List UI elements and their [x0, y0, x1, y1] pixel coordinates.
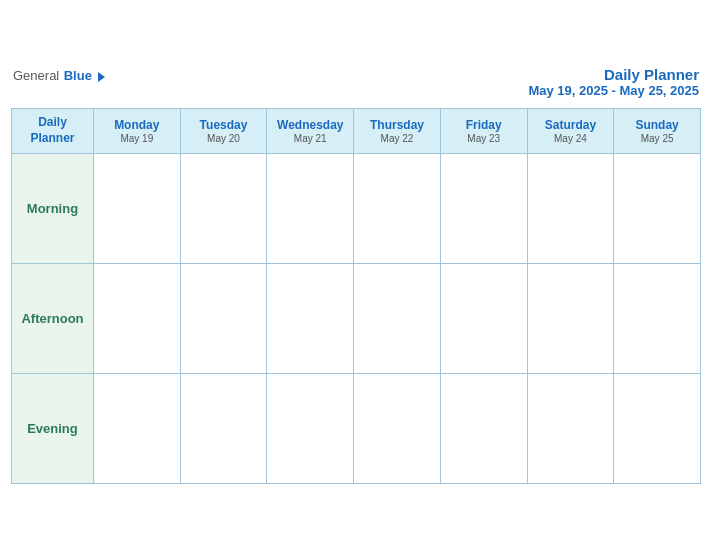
col-header-saturday: Saturday May 24 [527, 109, 614, 153]
cell-afternoon-friday[interactable] [440, 263, 527, 373]
row-label-afternoon: Afternoon [12, 263, 94, 373]
cell-evening-friday[interactable] [440, 373, 527, 483]
cell-afternoon-wednesday[interactable] [267, 263, 354, 373]
cell-morning-sunday[interactable] [614, 153, 701, 263]
cell-afternoon-sunday[interactable] [614, 263, 701, 373]
logo-area: General Blue [13, 66, 105, 84]
row-label-morning: Morning [12, 153, 94, 263]
cell-afternoon-tuesday[interactable] [180, 263, 267, 373]
col-header-wednesday: Wednesday May 21 [267, 109, 354, 153]
table-row-afternoon: Afternoon [12, 263, 701, 373]
logo-general: General [13, 68, 59, 83]
cell-afternoon-thursday[interactable] [354, 263, 441, 373]
cell-evening-tuesday[interactable] [180, 373, 267, 483]
cell-evening-sunday[interactable] [614, 373, 701, 483]
planner-table: Daily Planner Monday May 19 Tuesday May … [11, 108, 701, 483]
cell-morning-friday[interactable] [440, 153, 527, 263]
cell-afternoon-monday[interactable] [93, 263, 180, 373]
header: General Blue Daily Planner May 19, 2025 … [11, 66, 701, 98]
logo-text: General Blue [13, 66, 105, 84]
col-header-thursday: Thursday May 22 [354, 109, 441, 153]
cell-morning-tuesday[interactable] [180, 153, 267, 263]
planner-date-range: May 19, 2025 - May 25, 2025 [528, 83, 699, 98]
page-wrapper: General Blue Daily Planner May 19, 2025 … [11, 66, 701, 483]
logo-arrow-icon [98, 72, 105, 82]
cell-evening-thursday[interactable] [354, 373, 441, 483]
col-header-sunday: Sunday May 25 [614, 109, 701, 153]
cell-morning-thursday[interactable] [354, 153, 441, 263]
row-label-evening: Evening [12, 373, 94, 483]
table-header-row: Daily Planner Monday May 19 Tuesday May … [12, 109, 701, 153]
planner-title: Daily Planner [528, 66, 699, 83]
cell-evening-saturday[interactable] [527, 373, 614, 483]
table-row-morning: Morning [12, 153, 701, 263]
col-header-monday: Monday May 19 [93, 109, 180, 153]
cell-morning-wednesday[interactable] [267, 153, 354, 263]
logo-blue: Blue [64, 68, 105, 83]
cell-evening-monday[interactable] [93, 373, 180, 483]
cell-evening-wednesday[interactable] [267, 373, 354, 483]
cell-morning-saturday[interactable] [527, 153, 614, 263]
col-header-tuesday: Tuesday May 20 [180, 109, 267, 153]
cell-afternoon-saturday[interactable] [527, 263, 614, 373]
table-row-evening: Evening [12, 373, 701, 483]
col-header-friday: Friday May 23 [440, 109, 527, 153]
corner-header: Daily Planner [12, 109, 94, 153]
cell-morning-monday[interactable] [93, 153, 180, 263]
title-area: Daily Planner May 19, 2025 - May 25, 202… [528, 66, 699, 98]
